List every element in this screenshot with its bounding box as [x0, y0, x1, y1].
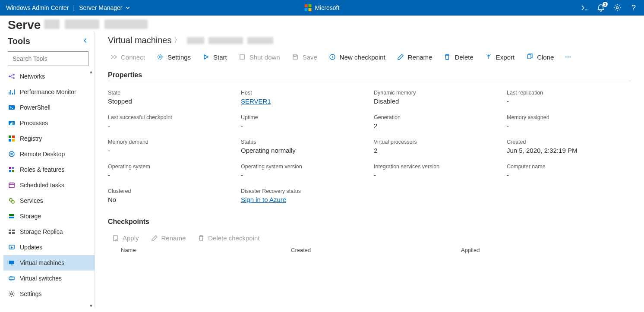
svg-rect-11	[10, 123, 11, 125]
svg-rect-0	[305, 4, 308, 7]
svg-rect-23	[9, 183, 14, 188]
start-button[interactable]: Start	[202, 53, 227, 61]
prop-integration-version: Integration services version-	[374, 164, 498, 179]
tool-label: Services	[20, 197, 43, 204]
col-name[interactable]: Name	[121, 247, 291, 253]
svg-point-7	[13, 74, 15, 76]
brand: Microsoft	[305, 4, 340, 11]
svg-point-6	[9, 76, 10, 77]
tool-label: Registry	[20, 135, 42, 142]
tool-networks[interactable]: Networks	[3, 69, 95, 84]
tool-services[interactable]: Services	[3, 193, 95, 208]
virtual-switches-icon	[8, 274, 16, 282]
tool-label: Virtual machines	[20, 259, 64, 266]
updates-icon	[8, 243, 16, 251]
new-checkpoint-button[interactable]: New checkpoint	[328, 53, 385, 61]
scroll-down-arrow[interactable]: ▼	[89, 303, 93, 308]
help-button[interactable]: ?	[629, 3, 638, 12]
tool-storage-replica[interactable]: Storage Replica	[3, 224, 95, 240]
powershell-icon	[8, 104, 16, 111]
context-dropdown[interactable]: Server Manager	[79, 4, 130, 11]
processes-icon	[8, 119, 16, 127]
settings-button[interactable]	[613, 3, 622, 12]
tool-roles-features[interactable]: Roles & features	[3, 162, 95, 177]
clone-button[interactable]: Clone	[526, 53, 554, 61]
breadcrumb: Virtual machines 〉	[108, 35, 631, 45]
storage-icon	[8, 212, 16, 220]
scroll-up-arrow[interactable]: ▲	[89, 69, 93, 74]
col-applied[interactable]: Applied	[461, 247, 631, 253]
svg-rect-26	[9, 214, 14, 216]
redacted-text	[208, 37, 243, 44]
prop-os-version: Operating system version-	[241, 164, 365, 179]
notifications-button[interactable]: 3	[597, 3, 605, 12]
tool-virtual-machines[interactable]: Virtual machines	[3, 255, 95, 271]
settings-button[interactable]: Settings	[156, 53, 191, 61]
svg-rect-19	[9, 167, 11, 169]
delete-button[interactable]: Delete	[443, 53, 473, 61]
rename-button[interactable]: Rename	[397, 53, 432, 61]
tool-processes[interactable]: Processes	[3, 115, 95, 131]
app-title[interactable]: Windows Admin Center	[6, 4, 69, 11]
prop-virtual-processors: Virtual processors2	[374, 139, 498, 154]
services-icon	[8, 197, 16, 205]
prop-last-replication: Last replication-	[507, 90, 631, 105]
prop-last-checkpoint: Last successful checkpoint-	[108, 114, 232, 129]
more-actions-button[interactable]: ⋯	[565, 54, 572, 60]
prop-memory-assigned: Memory assigned-	[507, 114, 631, 129]
col-created[interactable]: Created	[291, 247, 461, 253]
tool-powershell[interactable]: PowerShell	[3, 100, 95, 115]
svg-rect-38	[240, 55, 244, 59]
tool-label: Networks	[20, 73, 45, 80]
export-button[interactable]: Export	[485, 53, 515, 61]
performance-icon	[8, 88, 16, 96]
stop-icon	[238, 53, 246, 61]
svg-rect-3	[309, 8, 312, 11]
tool-scheduled-tasks[interactable]: Scheduled tasks	[3, 177, 95, 193]
shutdown-button[interactable]: Shut down	[238, 53, 280, 61]
tool-settings[interactable]: Settings	[3, 286, 95, 302]
apply-checkpoint-button[interactable]: Apply	[112, 234, 139, 242]
svg-rect-34	[11, 265, 13, 265]
powershell-console-button[interactable]	[580, 3, 589, 12]
top-bar: Windows Admin Center | Server Manager Mi…	[0, 0, 644, 16]
tool-label: Scheduled tasks	[20, 182, 64, 189]
clone-icon	[526, 53, 534, 61]
connect-button[interactable]: Connect	[110, 53, 145, 61]
tool-virtual-switches[interactable]: Virtual switches	[3, 271, 95, 286]
delete-checkpoint-button[interactable]: Delete checkpoint	[198, 234, 259, 242]
prop-dynamic-memory: Dynamic memoryDisabled	[374, 90, 498, 105]
breadcrumb-root[interactable]: Virtual machines	[108, 35, 171, 45]
redacted-text	[187, 37, 204, 44]
storage-replica-icon	[8, 228, 16, 236]
svg-point-37	[159, 56, 161, 58]
svg-rect-40	[527, 55, 531, 58]
scheduled-tasks-icon	[8, 181, 16, 189]
roles-icon	[8, 166, 16, 173]
tool-storage[interactable]: Storage	[3, 208, 95, 224]
tool-list[interactable]: ▲ Networks Performance Monitor PowerShel…	[0, 69, 95, 309]
tool-performance-monitor[interactable]: Performance Monitor	[3, 84, 95, 100]
svg-rect-14	[9, 136, 11, 138]
chevron-right-icon: 〉	[174, 36, 181, 45]
prop-state: StateStopped	[108, 90, 232, 105]
divider: |	[73, 4, 75, 11]
page-header: Serve	[0, 16, 644, 32]
svg-rect-35	[9, 277, 14, 280]
tool-label: Roles & features	[20, 166, 65, 173]
svg-rect-28	[9, 230, 11, 231]
collapse-sidebar-button[interactable]	[82, 38, 88, 45]
search-tools-box[interactable]	[8, 51, 88, 66]
tool-registry[interactable]: Registry	[3, 131, 95, 146]
tool-remote-desktop[interactable]: Remote Desktop	[3, 146, 95, 162]
notification-badge: 3	[603, 2, 608, 7]
svg-rect-15	[12, 136, 15, 138]
svg-rect-2	[305, 8, 308, 11]
save-button[interactable]: Save	[291, 53, 317, 61]
redacted-text	[247, 37, 273, 44]
gear-icon	[156, 53, 164, 61]
rename-checkpoint-button[interactable]: Rename	[151, 234, 186, 242]
search-tools-input[interactable]	[12, 55, 89, 63]
tool-updates[interactable]: Updates	[3, 240, 95, 255]
svg-rect-20	[12, 167, 14, 169]
